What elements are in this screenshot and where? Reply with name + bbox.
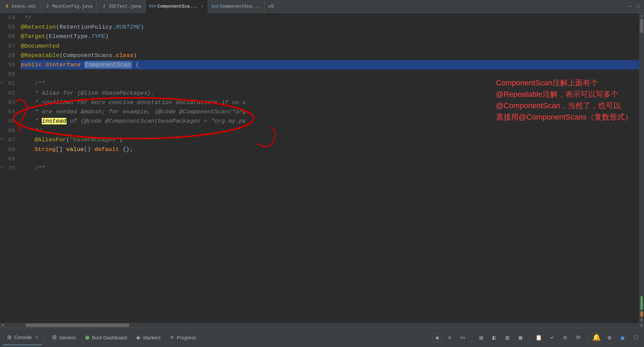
editor-area: 54 */ 55 @Retention(RetentionPolicy.RUNT… [0,13,644,323]
markers-icon: ◈ [135,335,142,341]
console-action-btn-5[interactable]: ◧ [489,332,500,343]
line-number: 54 [0,13,21,22]
line-number: 60 [0,69,21,79]
tab-label-componentscan-active: ComponentSca... [157,4,198,9]
scroll-up-arrow[interactable]: ▲ [639,13,644,18]
tab-ioctest-java[interactable]: J IOCTest.java [97,0,146,13]
code-editor[interactable]: 54 */ 55 @Retention(RetentionPolicy.RUNT… [0,13,639,323]
componentscan2-icon: 010 [212,4,218,9]
line-number: 62 [0,88,21,98]
mainconfig-icon: J [45,4,50,9]
line-number: 69 [0,154,21,163]
servers-icon: ⚙ [51,335,57,341]
line-content: public @interface ComponentScan { [21,60,639,69]
console-icon: ⊞ [6,334,12,340]
divider-3 [529,332,530,343]
console-action-btn-6[interactable]: ▥ [502,332,513,343]
line-number: 64 [0,107,21,116]
console-action-btn-9[interactable]: ↩ [546,332,557,343]
annotation-line-2: @Repeatable注解，表示可以写多个 [496,88,632,100]
code-line-68: 68 String[] value() default {}; [0,145,639,154]
horizontal-scrollbar[interactable]: ◄ ► [0,323,644,328]
divider-1 [45,332,45,343]
line-content: @Repeatable(ComponentScans.class) [21,51,639,60]
line-number: 57 [0,41,21,51]
beans-xml-icon: X [4,4,10,9]
servers-tab[interactable]: ⚙ Servers [48,330,79,345]
minimize-button[interactable]: − [627,4,633,9]
tab-overflow[interactable]: »5 [265,4,277,9]
progress-tab[interactable]: ≡ Progress [165,330,199,345]
console-action-btn-10[interactable]: ⊡ [559,332,570,343]
scroll-left-arrow[interactable]: ◄ [0,323,5,327]
console-label: Console [14,335,32,340]
line-number: 56 [0,32,21,41]
line-number: 65 [0,116,21,126]
line-number: 58 [0,51,21,60]
tab-label-componentscan2: ComponentSca... [220,4,260,9]
status-bar: ⊞ Console ✕ ⚙ Servers Boot Dashboard ◈ M… [0,328,644,347]
scroll-right-arrow[interactable]: ► [639,323,644,327]
line-number: 61⊖ [0,79,21,88]
line-number: 66 [0,126,21,135]
componentscan-active-icon: 010 [150,3,155,9]
line-number: 67⊖ [0,135,21,144]
scroll-indicator-green [641,296,643,310]
code-line-70: 70⊖ /** [0,163,639,173]
annotation-line-1: ComponentScan注解上面有个 [496,77,632,88]
window-controls: − □ [627,4,644,9]
console-tab[interactable]: ⊞ Console ✕ [3,330,42,345]
ioctest-icon: J [101,4,107,9]
console-action-btn-7[interactable]: ▦ [515,332,526,343]
code-line-56: 56 @Target(ElementType.TYPE) [0,32,639,41]
settings-right-icon[interactable]: ⚙ [604,332,615,343]
vertical-scrollbar[interactable]: ▲ ▼ [639,13,644,323]
console-action-btn-3[interactable]: ✕✕ [457,332,468,343]
console-action-btn-2[interactable]: ✕ [444,332,455,343]
console-action-btn-1[interactable]: ▣ [432,333,442,343]
console-action-btn-8[interactable]: 📋 [533,332,544,343]
divider-2 [472,332,472,343]
line-content: @AliasFor("basePackages") [21,135,639,144]
divider-4 [587,332,587,343]
line-content: */ [21,126,639,135]
tab-label-ioctest: IOCTest.java [109,4,141,9]
scroll-indicator-orange [641,311,643,317]
code-line-55: 55 @Retention(RetentionPolicy.RUNTIME) [0,22,639,32]
console-action-btn-11[interactable]: ⟳ [573,332,584,343]
line-content: String[] value() default {}; [21,145,639,154]
tab-mainconfig-java[interactable]: J MainConfig.java [40,0,97,13]
code-line-69: 69 [0,154,639,163]
tab-close-button[interactable]: ✕ [201,4,204,9]
line-number: 70⊖ [0,163,21,173]
status-right-icons: ▣ ✕ ✕✕ ▤ ◧ ▥ ▦ 📋 ↩ ⊡ ⟳ 🔔 ⚙ ◉ □ [432,332,641,343]
line-content: @Documented [21,41,639,51]
markers-tab[interactable]: ◈ Markers [132,330,164,345]
maximize-right-icon[interactable]: □ [630,332,641,343]
tab-componentscan-2[interactable]: 010 ComponentSca... [208,0,265,13]
line-content: @Target(ElementType.TYPE) [21,32,639,41]
tab-bar: X beans.xml J MainConfig.java J IOCTest.… [0,0,644,13]
scroll-down-arrow[interactable]: ▼ [639,318,644,323]
boot-dashboard-tab[interactable]: Boot Dashboard [81,330,130,345]
code-line-59: 59 public @interface ComponentScan { [0,60,639,69]
annotation-line-4: 直接用@ComponentScans（复数形式） [496,111,632,123]
notification-icon[interactable]: 🔔 [591,332,602,343]
console-action-btn-4[interactable]: ▤ [476,332,487,343]
scrollbar-thumb[interactable] [640,19,643,33]
annotation-comment-box: ComponentScan注解上面有个 @Repeatable注解，表示可以写多… [496,77,632,123]
console-close-icon[interactable]: ✕ [35,335,38,340]
tab-beans-xml[interactable]: X beans.xml [0,0,40,13]
code-line-57: 57 @Documented [0,41,639,51]
tab-label-mainconfig: MainConfig.java [52,4,92,9]
h-scrollbar-thumb[interactable] [26,323,129,327]
boot-dashboard-green-dot [85,336,89,340]
code-line-54: 54 */ [0,13,639,22]
window-icon[interactable]: ◉ [617,332,628,343]
line-number: 55 [0,22,21,32]
boot-dashboard-icon [84,335,90,341]
tab-componentscan-active[interactable]: 010 ComponentSca... ✕ [146,0,208,13]
line-number: 68 [0,145,21,154]
maximize-button[interactable]: □ [636,4,641,9]
annotation-line-3: @ComponentScan，当然了，也可以 [496,100,632,111]
